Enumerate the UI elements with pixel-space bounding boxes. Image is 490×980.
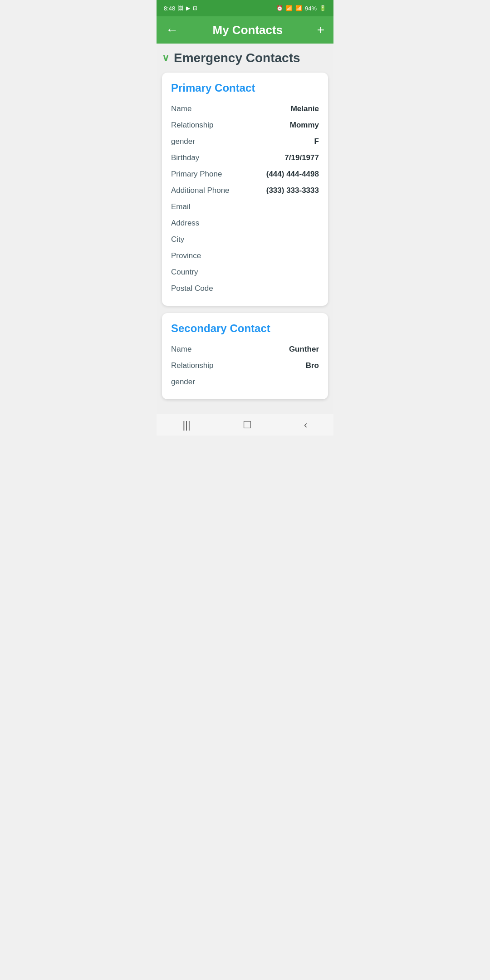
- field-label-gender: gender: [171, 137, 195, 146]
- secondary-contact-title: Secondary Contact: [171, 322, 319, 335]
- battery-percent: 94%: [305, 5, 317, 12]
- field-value-additional-phone: (333) 333-3333: [266, 186, 319, 195]
- table-row: Address: [171, 215, 319, 231]
- field-label-address: Address: [171, 219, 199, 228]
- table-row: City: [171, 231, 319, 248]
- secondary-contact-card[interactable]: Secondary Contact Name Gunther Relations…: [162, 313, 328, 399]
- field-label-email: Email: [171, 202, 191, 211]
- chevron-down-icon: ∨: [162, 52, 169, 64]
- field-label-sec-gender: gender: [171, 377, 195, 387]
- table-row: Additional Phone (333) 333-3333: [171, 182, 319, 199]
- youtube-icon: ▶: [186, 5, 190, 11]
- field-value-primary-phone: (444) 444-4498: [266, 170, 319, 179]
- menu-button[interactable]: |||: [172, 416, 201, 435]
- app-bar-title: My Contacts: [213, 23, 283, 37]
- field-label-name: Name: [171, 104, 191, 113]
- field-label-relationship: Relationship: [171, 121, 214, 130]
- signal-icon: 📶: [295, 5, 302, 11]
- table-row: Primary Phone (444) 444-4498: [171, 166, 319, 182]
- field-label-city: City: [171, 235, 184, 244]
- field-label-country: Country: [171, 268, 198, 277]
- field-label-additional-phone: Additional Phone: [171, 186, 230, 195]
- table-row: Email: [171, 199, 319, 215]
- table-row: gender: [171, 374, 319, 390]
- table-row: Birthday 7/19/1977: [171, 150, 319, 166]
- table-row: gender F: [171, 133, 319, 150]
- field-label-province: Province: [171, 251, 201, 260]
- alarm-icon: ⏰: [276, 5, 283, 11]
- field-value-relationship: Mommy: [290, 121, 319, 130]
- table-row: Relationship Mommy: [171, 117, 319, 133]
- field-value-gender: F: [314, 137, 319, 146]
- primary-contact-card[interactable]: Primary Contact Name Melanie Relationshi…: [162, 73, 328, 306]
- field-label-postal-code: Postal Code: [171, 284, 213, 293]
- back-button[interactable]: ←: [164, 22, 180, 38]
- app-bar: ← My Contacts +: [157, 16, 333, 44]
- bottom-navigation: ||| ☐ ‹: [157, 414, 333, 436]
- field-label-sec-name: Name: [171, 345, 191, 354]
- field-value-name: Melanie: [291, 104, 319, 113]
- field-value-birthday: 7/19/1977: [284, 153, 319, 162]
- battery-icon: 🔋: [319, 5, 326, 11]
- field-label-primary-phone: Primary Phone: [171, 170, 222, 179]
- home-button[interactable]: ☐: [232, 416, 263, 435]
- main-content: ∨ Emergency Contacts Primary Contact Nam…: [157, 44, 333, 414]
- section-title: Emergency Contacts: [174, 51, 300, 65]
- status-bar: 8:48 🖼 ▶ ⊡ ⏰ 📶 📶 94% 🔋: [157, 0, 333, 16]
- field-value-sec-relationship: Bro: [306, 361, 319, 370]
- field-value-sec-name: Gunther: [289, 345, 319, 354]
- field-label-sec-relationship: Relationship: [171, 361, 214, 370]
- emergency-contacts-header[interactable]: ∨ Emergency Contacts: [162, 51, 328, 65]
- status-bar-right: ⏰ 📶 📶 94% 🔋: [276, 5, 326, 12]
- table-row: Postal Code: [171, 280, 319, 297]
- status-time: 8:48: [164, 5, 175, 12]
- table-row: Relationship Bro: [171, 358, 319, 374]
- table-row: Name Gunther: [171, 341, 319, 358]
- status-bar-left: 8:48 🖼 ▶ ⊡: [164, 5, 197, 12]
- add-contact-button[interactable]: +: [315, 22, 326, 38]
- table-row: Name Melanie: [171, 101, 319, 117]
- table-row: Country: [171, 264, 319, 280]
- field-label-birthday: Birthday: [171, 153, 199, 162]
- back-nav-button[interactable]: ‹: [293, 416, 318, 435]
- wifi-icon: 📶: [286, 5, 293, 11]
- photo-icon: 🖼: [178, 5, 183, 11]
- gps-icon: ⊡: [193, 5, 197, 11]
- table-row: Province: [171, 248, 319, 264]
- primary-contact-title: Primary Contact: [171, 82, 319, 94]
